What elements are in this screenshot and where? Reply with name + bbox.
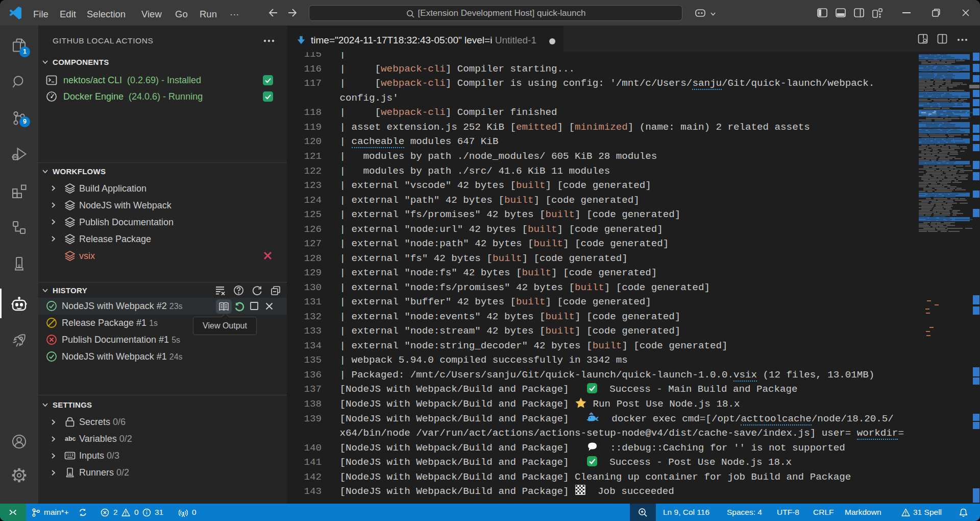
- svg-text:abc: abc: [65, 435, 76, 442]
